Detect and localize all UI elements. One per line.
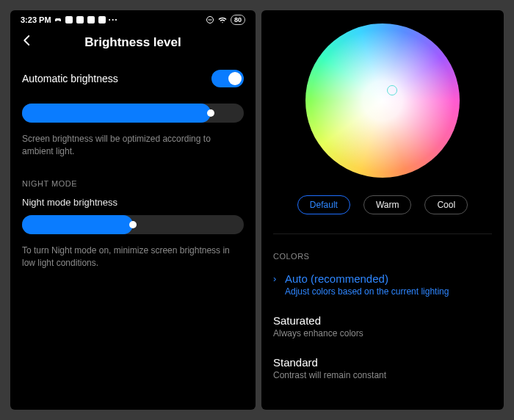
status-right: 80: [206, 15, 245, 25]
tile-icon: [65, 15, 73, 24]
colors-heading: COLORS: [273, 245, 492, 265]
color-option-auto-title: Auto (recommended): [285, 272, 388, 285]
color-option-saturated-desc: Always enhance colors: [273, 327, 492, 338]
controller-icon: [54, 15, 62, 24]
tile-icon: [87, 15, 95, 24]
svg-rect-0: [65, 16, 73, 23]
color-settings-screen: Default Warm Cool COLORS › Auto (recomme…: [261, 10, 504, 410]
more-icon: ···: [109, 15, 118, 25]
chip-default[interactable]: Default: [297, 195, 350, 214]
tile-icon: [98, 15, 106, 24]
color-picker-handle[interactable]: [387, 85, 397, 95]
status-left: 3:23 PM ···: [21, 15, 118, 25]
chevron-right-icon: ›: [273, 273, 280, 284]
auto-brightness-label: Automatic brightness: [22, 73, 118, 84]
color-option-standard-desc: Contrast will remain constant: [273, 369, 492, 380]
color-temp-chips: Default Warm Cool: [261, 185, 504, 233]
auto-brightness-row: Automatic brightness: [22, 64, 244, 93]
color-option-saturated-title: Saturated: [273, 314, 321, 327]
night-mode-help: To turn Night mode on, minimize screen b…: [22, 240, 244, 283]
status-bar: 3:23 PM ··· 80: [10, 10, 256, 26]
svg-rect-1: [76, 16, 84, 23]
svg-rect-3: [98, 16, 106, 23]
night-mode-label: Night mode brightness: [22, 192, 244, 208]
svg-rect-2: [87, 16, 95, 23]
auto-brightness-help: Screen brightness will be optimized acco…: [22, 128, 244, 172]
color-option-standard-title: Standard: [273, 356, 318, 369]
back-button[interactable]: [21, 34, 38, 51]
battery-indicator: 80: [231, 15, 245, 25]
color-wheel-container: [261, 10, 504, 185]
color-option-saturated[interactable]: Saturated Always enhance colors: [273, 307, 492, 349]
color-wheel[interactable]: [305, 23, 460, 178]
header: Brightness level: [10, 26, 256, 64]
night-mode-heading: NIGHT MODE: [22, 172, 244, 192]
page-title: Brightness level: [10, 35, 256, 50]
color-option-standard[interactable]: Standard Contrast will remain constant: [273, 349, 492, 391]
status-time: 3:23 PM: [21, 15, 51, 24]
auto-brightness-toggle[interactable]: [211, 70, 244, 87]
brightness-settings-screen: 3:23 PM ··· 80: [10, 10, 256, 410]
wifi-icon: [218, 15, 227, 24]
dnd-icon: [206, 15, 214, 24]
color-option-auto-desc: Adjust colors based on the current light…: [273, 285, 492, 297]
tile-icon: [76, 15, 84, 24]
brightness-slider[interactable]: [22, 104, 244, 123]
color-option-auto[interactable]: › Auto (recommended) Adjust colors based…: [273, 265, 492, 307]
night-mode-slider[interactable]: [22, 215, 244, 234]
divider: [273, 233, 492, 234]
chip-cool[interactable]: Cool: [424, 195, 468, 214]
chip-warm[interactable]: Warm: [363, 195, 412, 214]
